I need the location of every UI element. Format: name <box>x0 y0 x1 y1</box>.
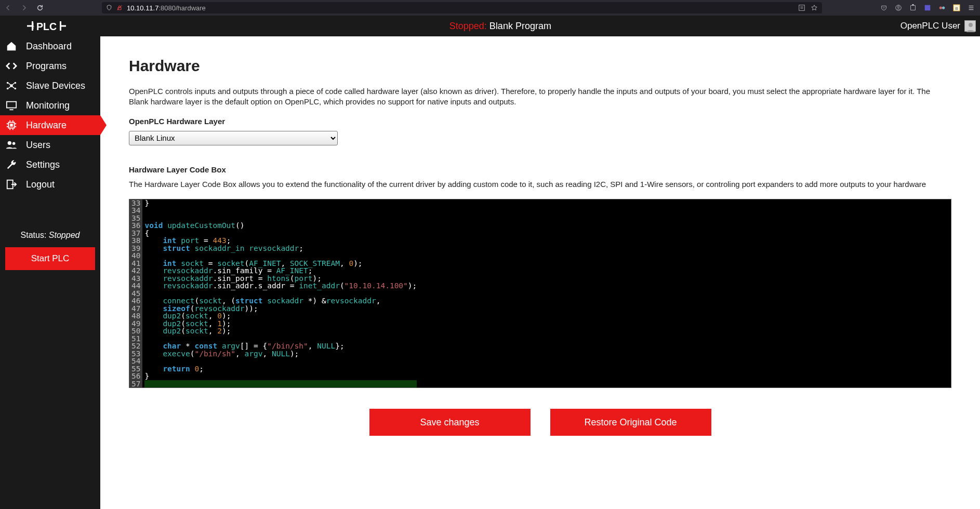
sidebar: Dashboard Programs Slave Devices Monitor… <box>0 36 100 509</box>
browser-toolbar: 10.10.11.7:8080/hardware B <box>0 0 980 16</box>
codebox-label: Hardware Layer Code Box <box>129 165 951 174</box>
svg-point-6 <box>897 6 899 8</box>
svg-rect-9 <box>925 5 931 11</box>
start-plc-button[interactable]: Start PLC <box>5 247 95 270</box>
svg-point-27 <box>7 88 9 90</box>
sidebar-item-users[interactable]: Users <box>0 135 100 155</box>
sidebar-item-dashboard[interactable]: Dashboard <box>0 36 100 56</box>
code-editor[interactable]: 3334353637383940414243444546474849505152… <box>129 199 951 389</box>
reload-icon[interactable] <box>36 4 44 11</box>
app-header: open PLC Stopped: Blank Program OpenPLC … <box>0 16 980 36</box>
account-icon[interactable] <box>895 4 902 11</box>
users-icon <box>5 139 18 151</box>
lock-insecure-icon <box>116 5 123 11</box>
network-icon <box>5 80 18 91</box>
avatar[interactable] <box>964 20 976 32</box>
page-title: Hardware <box>129 57 951 75</box>
hw-layer-select[interactable]: Blank Linux <box>129 131 338 145</box>
code-icon <box>5 60 18 72</box>
svg-rect-8 <box>912 4 914 6</box>
url-text: 10.10.11.7:8080/hardware <box>127 4 206 12</box>
svg-point-23 <box>969 23 973 27</box>
svg-text:B: B <box>956 7 958 10</box>
svg-point-33 <box>8 141 11 145</box>
svg-point-34 <box>12 142 16 145</box>
svg-point-25 <box>7 82 9 84</box>
back-icon[interactable] <box>5 5 11 11</box>
burp-icon[interactable]: B <box>953 4 960 11</box>
sidebar-item-slave-devices[interactable]: Slave Devices <box>0 76 100 96</box>
reader-icon[interactable] <box>798 4 805 11</box>
save-changes-button[interactable]: Save changes <box>369 409 531 436</box>
sidebar-item-label: Users <box>26 140 50 151</box>
svg-point-11 <box>942 6 945 9</box>
sidebar-item-label: Slave Devices <box>26 81 85 91</box>
sidebar-item-programs[interactable]: Programs <box>0 56 100 76</box>
sidebar-item-logout[interactable]: Logout <box>0 175 100 194</box>
sidebar-item-label: Logout <box>26 179 55 190</box>
sidebar-item-monitoring[interactable]: Monitoring <box>0 96 100 115</box>
hw-layer-label: OpenPLC Hardware Layer <box>129 117 951 126</box>
sidebar-item-label: Settings <box>26 159 60 170</box>
ext2-icon[interactable] <box>938 4 946 11</box>
sidebar-item-label: Programs <box>26 61 67 72</box>
svg-rect-7 <box>911 6 916 10</box>
app-logo: open PLC <box>0 16 100 36</box>
header-status: Stopped: Blank Program <box>100 21 900 32</box>
ext1-icon[interactable] <box>924 4 931 11</box>
main-content: Hardware OpenPLC controls inputs and out… <box>100 36 980 509</box>
user-name: OpenPLC User <box>900 21 960 31</box>
plc-status: Status: Stopped <box>0 231 100 240</box>
svg-rect-29 <box>7 102 16 108</box>
sidebar-item-hardware[interactable]: Hardware <box>0 115 100 135</box>
codebox-desc: The Hardware Layer Code Box allows you t… <box>129 179 951 190</box>
bookmark-star-icon[interactable] <box>811 4 818 11</box>
svg-rect-2 <box>799 5 805 11</box>
monitor-icon <box>5 100 18 111</box>
svg-rect-32 <box>10 124 13 127</box>
forward-icon[interactable] <box>21 5 27 11</box>
svg-point-10 <box>939 6 942 9</box>
svg-point-28 <box>15 88 17 90</box>
svg-text:open: open <box>31 22 34 29</box>
intro-text: OpenPLC controls inputs and outputs thro… <box>129 86 951 108</box>
home-icon <box>5 41 18 52</box>
svg-point-26 <box>15 82 17 84</box>
sidebar-item-settings[interactable]: Settings <box>0 155 100 175</box>
sidebar-item-label: Dashboard <box>26 41 72 52</box>
svg-text:PLC: PLC <box>36 21 57 32</box>
sidebar-item-label: Monitoring <box>26 100 70 111</box>
restore-code-button[interactable]: Restore Original Code <box>550 409 711 436</box>
url-bar[interactable]: 10.10.11.7:8080/hardware <box>102 2 822 14</box>
pocket-icon[interactable] <box>880 4 888 11</box>
wrench-icon <box>5 159 18 170</box>
logout-icon <box>5 179 18 190</box>
sidebar-item-label: Hardware <box>26 120 67 131</box>
menu-icon[interactable] <box>968 4 975 11</box>
chip-icon <box>5 119 18 131</box>
shield-icon <box>106 5 112 11</box>
extensions-icon[interactable] <box>909 4 917 11</box>
